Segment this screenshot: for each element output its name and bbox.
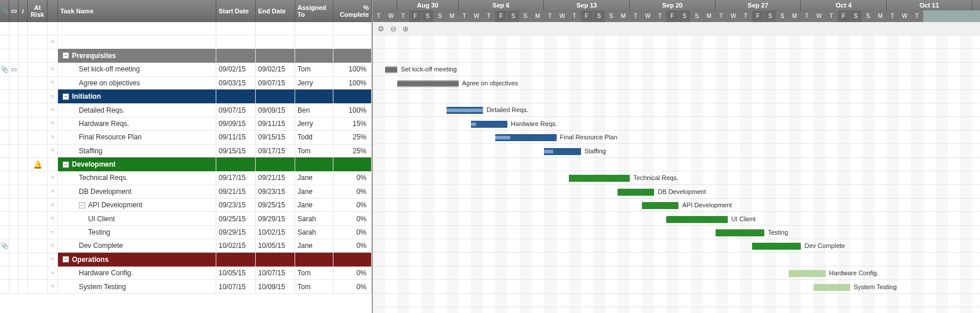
- assignee[interactable]: [295, 35, 333, 49]
- gantt-bar[interactable]: Set kick-off meeting: [385, 66, 397, 73]
- section-row[interactable]: ⚑−Operations: [0, 253, 372, 267]
- percent-complete[interactable]: 25%: [333, 144, 372, 157]
- percent-complete[interactable]: 0%: [333, 239, 372, 253]
- percent-complete[interactable]: 0%: [333, 267, 372, 280]
- task-row[interactable]: ⚑−API Development09/23/1509/25/15Jane0%: [0, 199, 372, 212]
- percent-complete[interactable]: 0%: [333, 225, 372, 239]
- percent-complete[interactable]: [333, 35, 372, 49]
- percent-complete[interactable]: [333, 22, 372, 35]
- percent-complete[interactable]: 0%: [333, 171, 372, 185]
- percent-complete[interactable]: 0%: [333, 280, 372, 293]
- assignee[interactable]: Todd: [295, 131, 333, 144]
- start-date[interactable]: 09/11/15: [216, 131, 256, 144]
- percent-complete[interactable]: 25%: [333, 131, 372, 144]
- task-row[interactable]: ⚑Hardware Config.10/05/1510/07/15Tom0%: [0, 267, 372, 280]
- end-date[interactable]: 09/23/15: [256, 185, 295, 198]
- end-date[interactable]: 10/07/15: [256, 267, 295, 280]
- assignee[interactable]: [295, 49, 333, 62]
- task-row[interactable]: ⚑Agree on objectives09/03/1509/07/15Jerr…: [0, 77, 372, 90]
- collapse-toggle[interactable]: −: [79, 202, 85, 208]
- zoom-in-icon[interactable]: ⊕: [402, 24, 409, 33]
- task-row[interactable]: ⚑Final Resource Plan09/11/1509/15/15Todd…: [0, 131, 372, 144]
- start-date[interactable]: [216, 157, 256, 171]
- assignee[interactable]: Jane: [295, 199, 333, 212]
- task-row[interactable]: ⚑UI Client09/25/1509/29/15Sarah0%: [0, 212, 372, 225]
- task-row[interactable]: ⚑System Testing10/07/1510/09/15Tom0%: [0, 280, 372, 293]
- end-date[interactable]: 09/07/15: [256, 76, 295, 89]
- start-date[interactable]: [216, 22, 256, 35]
- gantt-body[interactable]: Set kick-off meetingAgree on objectivesD…: [373, 35, 980, 313]
- end-date[interactable]: [256, 35, 295, 49]
- end-date[interactable]: [256, 22, 295, 35]
- assignee[interactable]: Jane: [295, 171, 333, 185]
- gantt-bar[interactable]: Staffing: [544, 148, 580, 155]
- assignee[interactable]: Tom: [295, 144, 333, 157]
- task-row[interactable]: 📎⚑Dev Complete10/02/1510/05/15Jane0%: [0, 239, 372, 253]
- task-row[interactable]: ⚑Technical Reqs.09/17/1509/21/15Jane0%: [0, 171, 372, 185]
- gantt-bar[interactable]: System Testing: [814, 284, 850, 291]
- start-date[interactable]: 09/02/15: [216, 63, 256, 76]
- gear-icon[interactable]: ⚙: [378, 24, 384, 33]
- task-row[interactable]: ⚑DB Development09/21/1509/23/15Jane0%: [0, 185, 372, 199]
- assignee[interactable]: Jane: [295, 239, 333, 253]
- end-date[interactable]: 09/11/15: [256, 117, 295, 130]
- task-row[interactable]: ⚑Testing09/29/1510/02/15Sarah0%: [0, 226, 372, 239]
- end-date[interactable]: 09/25/15: [256, 199, 295, 212]
- task-row[interactable]: ⚑Hardware Reqs.09/09/1509/11/15Jerry15%: [0, 117, 372, 131]
- gantt-bar[interactable]: Hardware Reqs.: [471, 121, 507, 128]
- assignee[interactable]: [295, 89, 333, 103]
- end-date[interactable]: [256, 89, 295, 103]
- col-info-icon[interactable]: i: [19, 0, 28, 21]
- start-date[interactable]: 09/23/15: [216, 199, 256, 212]
- start-date[interactable]: 10/07/15: [216, 280, 256, 293]
- assignee[interactable]: [295, 253, 333, 266]
- percent-complete[interactable]: 15%: [333, 117, 372, 130]
- start-date[interactable]: 09/03/15: [216, 76, 256, 89]
- start-date[interactable]: 10/05/15: [216, 267, 256, 280]
- gantt-bar[interactable]: Agree on objectives: [397, 80, 459, 87]
- gantt-bar[interactable]: Hardware Config.: [789, 270, 825, 277]
- percent-complete[interactable]: [333, 253, 372, 266]
- end-date[interactable]: [256, 49, 295, 62]
- assignee[interactable]: Tom: [295, 267, 333, 280]
- section-row[interactable]: 🔔−Development: [0, 158, 372, 171]
- end-date[interactable]: 09/29/15: [256, 212, 295, 225]
- task-row[interactable]: [0, 22, 372, 35]
- assignee[interactable]: [295, 157, 333, 171]
- end-date[interactable]: 09/17/15: [256, 144, 295, 157]
- assignee[interactable]: Jerry: [295, 117, 333, 130]
- end-date[interactable]: [256, 253, 295, 266]
- end-date[interactable]: 09/02/15: [256, 63, 295, 76]
- start-date[interactable]: 09/25/15: [216, 212, 256, 225]
- col-assigned-to[interactable]: Assigned To: [295, 0, 333, 21]
- assignee[interactable]: Ben: [295, 103, 333, 117]
- col-start-date[interactable]: Start Date: [216, 0, 256, 21]
- col-attachment-icon[interactable]: 📎: [0, 0, 9, 21]
- assignee[interactable]: Sarah: [295, 212, 333, 225]
- start-date[interactable]: 09/17/15: [216, 171, 256, 185]
- percent-complete[interactable]: 100%: [333, 63, 372, 76]
- assignee[interactable]: Jane: [295, 185, 333, 198]
- percent-complete[interactable]: 100%: [333, 103, 372, 117]
- section-row[interactable]: ⚑−Initiation: [0, 90, 372, 103]
- assignee[interactable]: Sarah: [295, 225, 333, 239]
- task-row[interactable]: ⚑Detailed Reqs.09/07/1509/09/15Ben100%: [0, 103, 372, 117]
- col-comment-icon[interactable]: ▭: [9, 0, 19, 21]
- task-row[interactable]: ⚑Staffing09/15/1509/17/15Tom25%: [0, 145, 372, 158]
- gantt-bar[interactable]: Dev Complete: [752, 243, 801, 250]
- percent-complete[interactable]: 0%: [333, 212, 372, 225]
- percent-complete[interactable]: [333, 89, 372, 103]
- gantt-bar[interactable]: Technical Reqs.: [569, 175, 630, 182]
- col-task-name[interactable]: Task Name: [58, 0, 216, 21]
- col-percent-complete[interactable]: % Complete: [333, 0, 372, 21]
- gantt-bar[interactable]: API Development: [642, 202, 678, 209]
- end-date[interactable]: 09/21/15: [256, 171, 295, 185]
- percent-complete[interactable]: 0%: [333, 185, 372, 198]
- percent-complete[interactable]: 0%: [333, 199, 372, 212]
- assignee[interactable]: [295, 22, 333, 35]
- col-at-risk[interactable]: At Risk: [28, 0, 48, 21]
- collapse-toggle[interactable]: −: [63, 93, 69, 100]
- start-date[interactable]: 10/02/15: [216, 239, 256, 253]
- end-date[interactable]: 10/09/15: [256, 280, 295, 293]
- start-date[interactable]: 09/29/15: [216, 225, 256, 239]
